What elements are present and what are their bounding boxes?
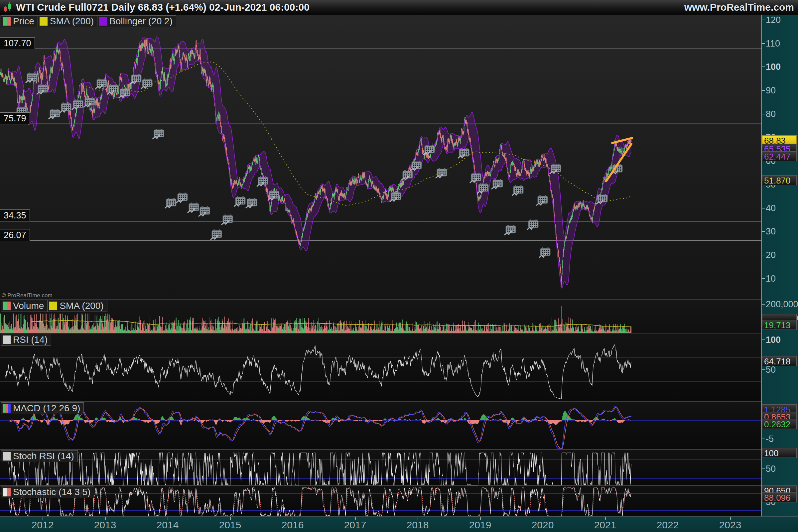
economic-event-icon[interactable]: [153, 129, 164, 139]
axis-tick-mark: [762, 208, 765, 208]
economic-event-icon[interactable]: [188, 203, 199, 213]
page-title: WTI Crude Full0721 Daily 68.83 (+1.64%) …: [16, 2, 309, 13]
macd-histogram-value-label: 0.2632: [762, 419, 797, 429]
year-tick-mark: [105, 517, 106, 520]
economic-event-icon[interactable]: [37, 84, 48, 94]
year-label: 2017: [344, 519, 366, 531]
legend-stochastic-label: Stochastic (14 3 5): [13, 487, 91, 497]
legend-stoch-rsi: Stoch RSI (14): [1, 450, 78, 462]
price-axis-tick: 100: [766, 62, 781, 72]
macd-axis-tick: -5: [766, 434, 774, 444]
legend-rsi-swatch-icon: [2, 335, 11, 344]
year-label: 2022: [657, 519, 679, 531]
candlestick-logo-icon: [3, 2, 13, 13]
legend-macd-swatch-icon: [2, 404, 11, 413]
legend-rsi-item[interactable]: RSI (14): [1, 334, 51, 346]
year-label: 2020: [532, 519, 554, 531]
economic-event-icon[interactable]: [512, 185, 524, 195]
economic-event-icon[interactable]: [458, 148, 469, 158]
year-label: 2019: [469, 519, 491, 531]
stoch-rsi-axis-tick: 50: [766, 464, 776, 474]
economic-event-icon[interactable]: [436, 168, 447, 178]
bollinger-lower-value-label: 62.447: [762, 151, 797, 161]
year-tick-mark: [543, 517, 543, 520]
economic-event-icon[interactable]: [165, 198, 176, 208]
axis-tick-mark: [762, 114, 765, 114]
stoch-rsi-value-label: 100: [762, 448, 797, 458]
legend-volume-item[interactable]: SMA (200): [47, 300, 107, 312]
year-label: 2018: [407, 519, 429, 531]
watermark: © ProRealTime.com: [2, 292, 53, 299]
legend-macd: MACD (12 26 9): [1, 402, 84, 414]
year-label: 2021: [594, 519, 616, 531]
legend-stochastic-item[interactable]: Stochastic (14 3 5): [1, 486, 94, 498]
time-axis-strip[interactable]: 2012201320142015201620172018201920202021…: [0, 516, 798, 532]
legend-volume-swatch-icon: [49, 301, 58, 310]
economic-event-icon[interactable]: [550, 164, 561, 174]
axis-tick-mark: [762, 43, 765, 44]
economic-event-icon[interactable]: [536, 195, 548, 206]
year-tick-mark: [605, 517, 606, 520]
legend-macd-label: MACD (12 26 9): [13, 403, 80, 414]
legend-stochastic: Stochastic (14 3 5): [1, 486, 94, 498]
legend-price-label: Bollinger (20 2): [109, 16, 173, 26]
year-tick-mark: [730, 517, 731, 520]
economic-event-icon[interactable]: [410, 160, 422, 171]
economic-event-icon[interactable]: [527, 220, 538, 230]
price-axis-tick: 20: [766, 250, 776, 260]
year-tick-mark: [292, 517, 293, 520]
legend-price-swatch-icon: [39, 17, 48, 26]
axis-tick-mark: [762, 66, 765, 67]
legend-price-item[interactable]: Price: [1, 15, 38, 27]
price-axis-strip[interactable]: 120110100908070605040302010200,000100,00…: [761, 15, 798, 516]
economic-event-icon[interactable]: [141, 78, 152, 89]
legend-price: PriceSMA (200)Bollinger (20 2): [1, 15, 176, 27]
rsi-value-label: 64.718: [762, 356, 797, 366]
economic-event-icon[interactable]: [390, 191, 401, 202]
year-label: 2013: [94, 519, 116, 531]
chart-canvas[interactable]: [0, 15, 761, 516]
legend-price-item[interactable]: Bollinger (20 2): [97, 15, 176, 27]
economic-event-icon[interactable]: [491, 179, 503, 189]
legend-price-swatch-icon: [99, 17, 108, 26]
economic-event-icon[interactable]: [49, 109, 60, 119]
economic-event-icon[interactable]: [539, 247, 550, 258]
legend-rsi: RSI (14): [1, 334, 51, 346]
axis-tick-mark: [762, 304, 765, 305]
legend-volume-swatch-icon: [2, 301, 11, 310]
year-label: 2023: [719, 519, 741, 531]
legend-volume: VolumeSMA (200): [1, 300, 108, 312]
price-axis-tick: 110: [766, 38, 780, 49]
level-label: 75.79: [0, 112, 30, 125]
economic-event-icon[interactable]: [505, 225, 516, 235]
year-tick-mark: [418, 517, 418, 520]
year-tick-mark: [230, 517, 231, 520]
economic-event-icon[interactable]: [222, 214, 233, 225]
economic-event-icon[interactable]: [234, 196, 245, 207]
legend-stoch-rsi-swatch-icon: [2, 452, 11, 461]
axis-tick-mark: [762, 90, 765, 91]
year-label: 2012: [32, 519, 54, 531]
volume-value-label: 19,713: [762, 320, 797, 330]
legend-macd-item[interactable]: MACD (12 26 9): [1, 402, 84, 414]
axis-tick-mark: [762, 340, 765, 340]
economic-event-icon[interactable]: [246, 198, 257, 208]
title-bar: WTI Crude Full0721 Daily 68.83 (+1.64%) …: [0, 0, 798, 15]
legend-volume-item[interactable]: Volume: [1, 300, 48, 312]
axis-tick-mark: [762, 231, 765, 232]
website-link[interactable]: www.ProRealTime.com: [684, 2, 794, 13]
legend-price-swatch-icon: [2, 17, 11, 26]
price-axis-tick: 80: [766, 109, 776, 119]
price-axis-tick: 30: [766, 226, 776, 237]
economic-event-icon[interactable]: [198, 206, 210, 216]
stochastic-d-value-label: 88.096: [762, 492, 797, 502]
rsi-axis-tick: 100: [766, 335, 781, 345]
economic-event-icon[interactable]: [210, 229, 222, 240]
price-axis-tick: 10: [766, 273, 776, 284]
legend-price-item[interactable]: SMA (200): [38, 15, 97, 27]
economic-event-icon[interactable]: [176, 192, 188, 203]
legend-stoch-rsi-item[interactable]: Stoch RSI (14): [1, 450, 78, 462]
axis-tick-mark: [762, 369, 765, 370]
level-label: 107.70: [0, 37, 35, 49]
year-label: 2015: [219, 519, 241, 531]
